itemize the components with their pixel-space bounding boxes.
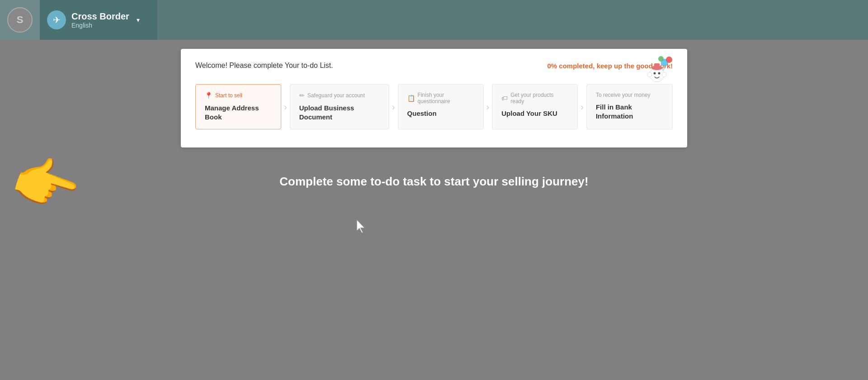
arrow-1-icon: ›: [281, 102, 290, 112]
svg-point-12: [662, 72, 666, 77]
svg-point-8: [658, 72, 660, 75]
step-sell[interactable]: 📍 Start to sell Manage Address Book: [195, 84, 281, 129]
card-header: Welcome! Please complete Your to-do List…: [195, 62, 673, 70]
brand-name: Cross Border: [71, 11, 129, 22]
step-safeguard-icon: ✏: [299, 92, 305, 99]
dropdown-arrow-icon[interactable]: ▾: [137, 16, 140, 24]
step-questionnaire-title: Question: [407, 109, 474, 118]
plane-icon: ✈: [47, 10, 66, 29]
step-products[interactable]: 🏷 Get your products ready Upload Your SK…: [492, 84, 578, 129]
step-sell-label: 📍 Start to sell: [205, 92, 272, 99]
arrow-4-icon: ›: [578, 102, 586, 112]
svg-point-2: [658, 56, 664, 62]
step-safeguard-title: Upload Business Document: [299, 104, 380, 121]
step-products-title: Upload Your SKU: [501, 109, 568, 118]
nav-logo-area: S ✈ Cross Border English ▾: [0, 0, 157, 40]
step-questionnaire-label: 📋 Finish your questionnaire: [407, 92, 474, 104]
nav-avatar-container[interactable]: S: [0, 0, 40, 40]
svg-rect-10: [654, 63, 660, 68]
svg-point-7: [654, 72, 656, 75]
main-content: 👈 Welcome! Please complete Your to-do Li…: [0, 40, 868, 380]
arrow-2-icon: ›: [389, 102, 398, 112]
mouse-cursor-icon: [355, 218, 368, 237]
step-safeguard-label: ✏ Safeguard your account: [299, 92, 380, 99]
avatar-letter: S: [17, 14, 24, 26]
nav-brand-text: Cross Border English: [71, 11, 129, 29]
svg-point-11: [647, 72, 652, 77]
hand-cursor-icon: 👈: [6, 147, 89, 222]
bottom-message: Complete some to-do task to start your s…: [279, 175, 588, 189]
brand-language: English: [71, 22, 129, 29]
svg-point-1: [666, 57, 672, 63]
step-questionnaire[interactable]: 📋 Finish your questionnaire Question: [398, 84, 484, 129]
step-money[interactable]: To receive your money Fill in Bank Infor…: [586, 84, 673, 129]
mascot-image: [641, 54, 673, 86]
step-products-label: 🏷 Get your products ready: [501, 92, 568, 104]
steps-row: 📍 Start to sell Manage Address Book › ✏ …: [195, 84, 673, 129]
step-money-label: To receive your money: [596, 92, 663, 98]
step-money-title: Fill in Bank Information: [596, 103, 663, 120]
avatar: S: [7, 7, 33, 33]
nav-brand-area[interactable]: ✈ Cross Border English ▾: [40, 0, 157, 40]
step-products-icon: 🏷: [501, 95, 508, 102]
step-questionnaire-icon: 📋: [407, 95, 415, 102]
step-safeguard[interactable]: ✏ Safeguard your account Upload Business…: [290, 84, 389, 129]
welcome-text: Welcome! Please complete Your to-do List…: [195, 62, 333, 70]
step-sell-icon: 📍: [205, 92, 212, 99]
navbar: S ✈ Cross Border English ▾: [0, 0, 868, 40]
step-sell-title: Manage Address Book: [205, 104, 272, 121]
todo-card: Welcome! Please complete Your to-do List…: [181, 49, 687, 147]
arrow-3-icon: ›: [484, 102, 492, 112]
